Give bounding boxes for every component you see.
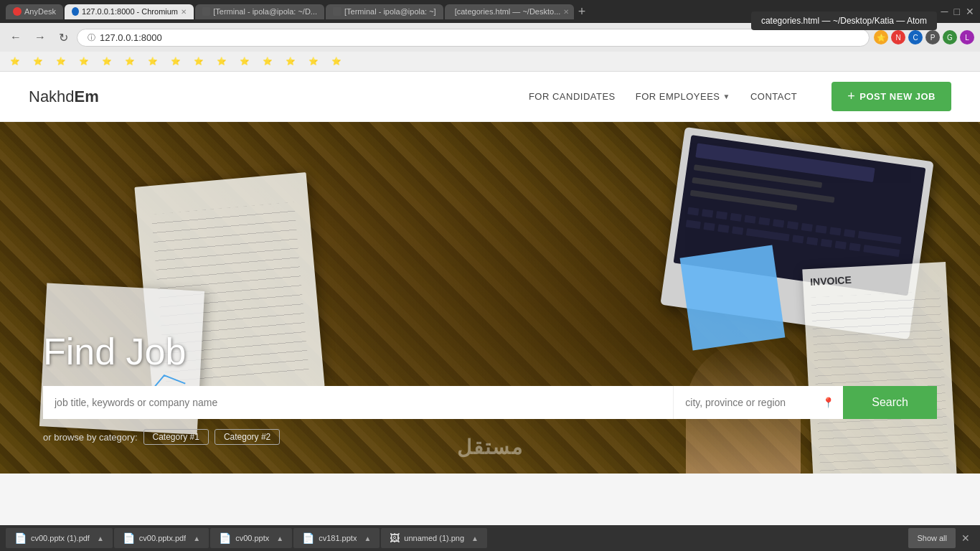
close-button[interactable]: ✕ (966, 6, 974, 17)
site-logo: NakhdEm (29, 88, 99, 106)
nav-links: FOR CANDIDATES FOR EMPLOYEES ▼ CONTACT +… (529, 82, 951, 111)
search-button[interactable]: Search (843, 386, 937, 419)
location-input-wrapper: 📍 (674, 386, 843, 419)
atom-tooltip: categories.html — ~/Desktop/Katia — Atom (751, 11, 937, 30)
website-content: NakhdEm FOR CANDIDATES FOR EMPLOYEES ▼ C… (0, 72, 980, 474)
ext-icon-1[interactable]: ⭐ (874, 30, 888, 44)
bookmark-14[interactable]: ⭐ (304, 55, 323, 67)
minimize-button[interactable]: ─ (941, 6, 948, 17)
reload-button[interactable]: ↻ (55, 29, 72, 46)
location-icon: 📍 (822, 397, 843, 408)
category-tag-2[interactable]: Category #2 (215, 429, 280, 445)
browser-tab-categories[interactable]: [categories.html — ~/Deskto... ✕ (445, 4, 574, 19)
new-tab-button[interactable]: + (578, 4, 586, 19)
browse-text: or browse by category: (43, 432, 138, 443)
browser-tab-anydesk[interactable]: AnyDesk (6, 4, 63, 19)
extensions-bar: ⭐ N C P G L (874, 30, 974, 44)
bookmark-8[interactable]: ⭐ (166, 55, 185, 67)
browse-categories: or browse by category: Category #1 Categ… (43, 429, 937, 445)
category-tag-1[interactable]: Category #1 (143, 429, 209, 445)
back-button[interactable]: ← (6, 29, 26, 45)
tab-close-icon[interactable]: ✕ (181, 8, 187, 16)
maximize-button[interactable]: □ (954, 6, 960, 17)
tooltip-text: categories.html — ~/Desktop/Katia — Atom (761, 16, 927, 26)
lock-icon: ⓘ (88, 32, 95, 43)
bookmark-4[interactable]: ⭐ (75, 55, 93, 67)
bookmark-12[interactable]: ⭐ (258, 55, 277, 67)
tab-close-categories-icon[interactable]: ✕ (563, 8, 569, 16)
bookmark-5[interactable]: ⭐ (98, 55, 116, 67)
forward-button[interactable]: → (30, 29, 50, 45)
bookmarks-bar: ⭐ ⭐ ⭐ ⭐ ⭐ ⭐ ⭐ ⭐ ⭐ ⭐ ⭐ ⭐ ⭐ ⭐ ⭐ (0, 52, 980, 72)
search-inputs-row: 📍 Search (43, 386, 937, 419)
hero-content: Find Job (43, 330, 186, 387)
post-job-button[interactable]: + POST NEW JOB (831, 82, 951, 111)
ext-icon-4[interactable]: P (925, 30, 940, 44)
browser-tab-terminal1[interactable]: [Terminal - ipola@ipola: ~/D... (195, 4, 324, 19)
nav-for-candidates[interactable]: FOR CANDIDATES (529, 91, 616, 102)
bookmark-6[interactable]: ⭐ (121, 55, 139, 67)
bookmark-11[interactable]: ⭐ (235, 55, 254, 67)
nav-for-employees[interactable]: FOR EMPLOYEES ▼ (636, 91, 730, 102)
browser-tab-terminal2[interactable]: [Terminal - ipola@ipola: ~] (326, 4, 443, 19)
plus-icon: + (847, 89, 855, 104)
hero-section: Find Job 📍 Search or browse by category:… (0, 122, 980, 474)
bookmark-2[interactable]: ⭐ (29, 55, 47, 67)
ext-icon-3[interactable]: C (908, 30, 923, 44)
hero-title: Find Job (43, 330, 186, 373)
ext-icon-2[interactable]: N (891, 30, 905, 44)
dropdown-arrow-icon: ▼ (723, 93, 730, 100)
nav-contact[interactable]: CONTACT (750, 91, 797, 102)
bookmark-9[interactable]: ⭐ (189, 55, 208, 67)
address-bar[interactable]: ⓘ 127.0.0.1:8000 (77, 29, 870, 47)
bookmark-1[interactable]: ⭐ (6, 55, 24, 67)
bookmark-10[interactable]: ⭐ (212, 55, 231, 67)
browser-window: AnyDesk 127.0.0.1:8000 - Chromium ✕ [Ter… (0, 0, 980, 474)
bookmark-3[interactable]: ⭐ (52, 55, 70, 67)
bookmark-7[interactable]: ⭐ (143, 55, 162, 67)
search-bar: 📍 Search or browse by category: Category… (43, 386, 937, 445)
bookmark-15[interactable]: ⭐ (327, 55, 346, 67)
bookmark-13[interactable]: ⭐ (281, 55, 300, 67)
navbar: NakhdEm FOR CANDIDATES FOR EMPLOYEES ▼ C… (0, 72, 980, 122)
browser-tab-chromium[interactable]: 127.0.0.1:8000 - Chromium ✕ (65, 4, 194, 19)
profile-icon[interactable]: L (960, 30, 974, 44)
location-search-input[interactable] (674, 387, 822, 418)
ext-icon-5[interactable]: G (943, 30, 957, 44)
job-search-input[interactable] (43, 386, 674, 419)
